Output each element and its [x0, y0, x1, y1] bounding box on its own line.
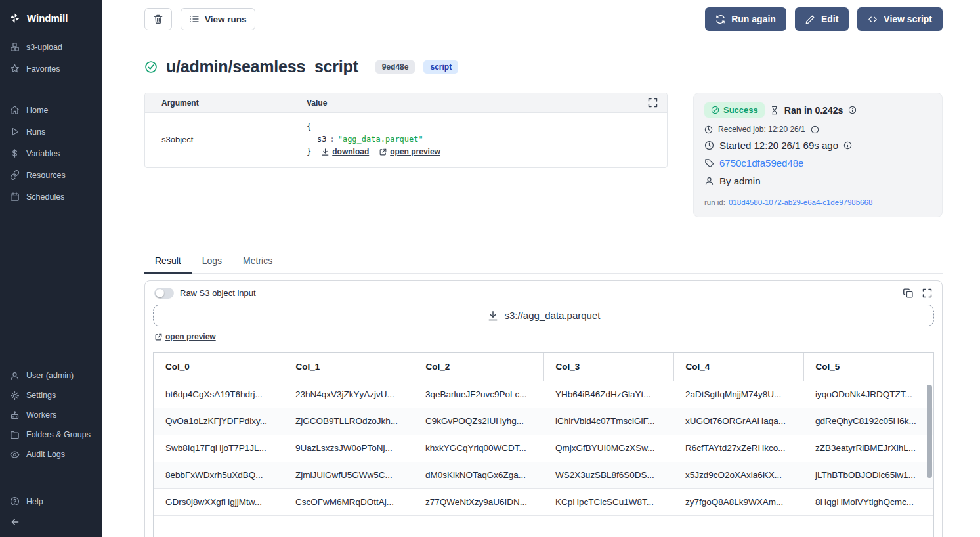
- table-cell: zy7fgoQ8A8Lk9WXAm...: [673, 488, 803, 515]
- hourglass-icon: [770, 106, 779, 115]
- result-panel-actions: [903, 288, 933, 299]
- run-id-row: run id: 018d4580-1072-ab29-e6a4-c1de9798…: [704, 198, 931, 206]
- job-hash-row: 6750c1dfa59ed48e: [704, 158, 931, 169]
- table-cell: GDrs0j8wXXgfHgjjMtw...: [154, 488, 284, 515]
- s3-file-path: s3://agg_data.parquet: [505, 310, 601, 321]
- argument-name: s3object: [145, 135, 307, 144]
- refresh-icon: [715, 14, 725, 24]
- link-icon: [10, 170, 20, 180]
- delete-run-button[interactable]: [144, 8, 172, 30]
- brand-name: Windmill: [27, 12, 68, 24]
- edit-button[interactable]: Edit: [795, 7, 849, 31]
- runs-label: Runs: [26, 127, 45, 137]
- open-preview-link[interactable]: open preview: [379, 146, 440, 158]
- result-data-table: Col_0 Col_1 Col_2 Col_3 Col_4 Col_5 bt6d…: [154, 353, 933, 537]
- download-link[interactable]: download: [321, 146, 369, 158]
- success-check-circle-icon: [144, 60, 158, 74]
- sidebar-item-runs[interactable]: Runs: [0, 121, 102, 142]
- sidebar-item-folders-groups[interactable]: Folders & Groups: [0, 425, 102, 444]
- json-open-brace: {: [307, 121, 667, 133]
- clock-icon: [704, 125, 713, 134]
- help-circle-icon: [10, 496, 20, 506]
- table-cell: x5Jzd9cO2oXAxla6KX...: [673, 462, 803, 488]
- pencil-icon: [805, 14, 815, 24]
- main-content: View runs Run again Edit View script: [102, 0, 980, 537]
- json-property: s3:"agg_data.parquet": [307, 133, 667, 146]
- sidebar-item-settings[interactable]: Settings: [0, 385, 102, 405]
- raw-s3-toggle[interactable]: [154, 288, 174, 299]
- info-icon[interactable]: [811, 125, 819, 134]
- workers-label: Workers: [26, 410, 56, 419]
- sidebar-item-workspace[interactable]: s3-upload: [0, 36, 102, 58]
- table-cell: ZjGCOB9TLLROdzoJkh...: [284, 408, 414, 435]
- sidebar-collapse-button[interactable]: [0, 512, 102, 532]
- sidebar-item-home[interactable]: Home: [0, 99, 102, 121]
- argument-column-header: Argument: [145, 98, 307, 108]
- table-cell: R6cfTAYtd27xZeRHkco...: [673, 435, 803, 462]
- table-cell: C9kGvPOQZs2IUHyhg...: [414, 408, 543, 435]
- result-panel: Raw S3 object input s3://agg_data.parque…: [144, 280, 943, 537]
- table-cell: Swb8Iq17FqHjoT7P1JL...: [154, 435, 284, 462]
- toolbar-right: Run again Edit View script: [705, 7, 943, 31]
- table-cell: z77QWeNtXzy9aU6IDN...: [414, 488, 543, 515]
- view-runs-button[interactable]: View runs: [181, 8, 255, 30]
- windmill-logo-icon: [9, 12, 21, 24]
- table-scrollbar[interactable]: [927, 385, 932, 478]
- version-hash-badge: 9ed48e: [375, 60, 415, 74]
- arrow-left-icon: [10, 517, 20, 527]
- view-script-button[interactable]: View script: [857, 7, 943, 31]
- bot-icon: [10, 410, 20, 420]
- arguments-card: Argument Value s3object { s3:"agg_data.p…: [144, 93, 668, 168]
- info-icon[interactable]: [848, 106, 857, 114]
- open-preview-label: open preview: [390, 146, 440, 158]
- expand-arguments-button[interactable]: [639, 97, 667, 108]
- table-cell: lChirVbid4c07TmsclGlF...: [543, 408, 673, 435]
- job-hash-link[interactable]: 6750c1dfa59ed48e: [719, 158, 803, 169]
- script-type-badge: script: [423, 60, 458, 74]
- home-label: Home: [26, 106, 48, 115]
- sidebar-item-user[interactable]: User (admin): [0, 366, 102, 385]
- info-icon[interactable]: [843, 141, 852, 150]
- copy-result-button[interactable]: [903, 288, 914, 299]
- play-icon: [10, 127, 20, 137]
- sidebar-item-schedules[interactable]: Schedules: [0, 186, 102, 207]
- status-summary-row: Success Ran in 0.242s: [704, 102, 931, 118]
- sidebar: Windmill s3-upload Favorites Home Runs V…: [0, 0, 102, 537]
- run-again-label: Run again: [731, 14, 776, 24]
- help-label: Help: [26, 497, 43, 506]
- sidebar-item-audit-logs[interactable]: Audit Logs: [0, 444, 102, 464]
- brand[interactable]: Windmill: [0, 9, 102, 36]
- sidebar-item-help[interactable]: Help: [0, 490, 102, 512]
- run-id-link[interactable]: 018d4580-1072-ab29-e6a4-c1de9798b668: [729, 198, 872, 206]
- eye-icon: [10, 450, 20, 460]
- result-open-preview-link[interactable]: open preview: [154, 332, 216, 341]
- run-author: By admin: [719, 175, 761, 186]
- value-column-header: Value: [307, 98, 639, 108]
- table-cell: iyqoODoNk4JRDQTZT...: [803, 381, 933, 408]
- trash-icon: [153, 14, 163, 24]
- edit-label: Edit: [821, 14, 838, 24]
- sidebar-item-workers[interactable]: Workers: [0, 405, 102, 425]
- s3-file-download-button[interactable]: s3://agg_data.parquet: [153, 305, 934, 326]
- check-circle-icon: [711, 106, 719, 114]
- tab-result[interactable]: Result: [144, 251, 192, 274]
- sidebar-spacer: [0, 207, 102, 366]
- tab-metrics[interactable]: Metrics: [232, 251, 283, 273]
- view-script-label: View script: [884, 14, 932, 24]
- app-root: Windmill s3-upload Favorites Home Runs V…: [0, 0, 980, 537]
- tab-logs[interactable]: Logs: [192, 251, 232, 273]
- download-label: download: [332, 146, 369, 158]
- result-table-container: Col_0 Col_1 Col_2 Col_3 Col_4 Col_5 bt6d…: [153, 352, 934, 537]
- external-link-icon: [379, 148, 387, 156]
- arguments-row: s3object { s3:"agg_data.parquet" }: [145, 113, 667, 167]
- table-row-partial: [154, 515, 933, 537]
- run-again-button[interactable]: Run again: [705, 7, 786, 31]
- json-close-brace: }: [307, 146, 311, 158]
- sidebar-item-favorites[interactable]: Favorites: [0, 58, 102, 79]
- expand-result-button[interactable]: [922, 288, 933, 299]
- sidebar-item-resources[interactable]: Resources: [0, 164, 102, 186]
- sidebar-item-variables[interactable]: Variables: [0, 142, 102, 164]
- copy-icon: [903, 288, 914, 299]
- tag-icon: [704, 158, 714, 168]
- column-header: Col_1: [284, 353, 414, 381]
